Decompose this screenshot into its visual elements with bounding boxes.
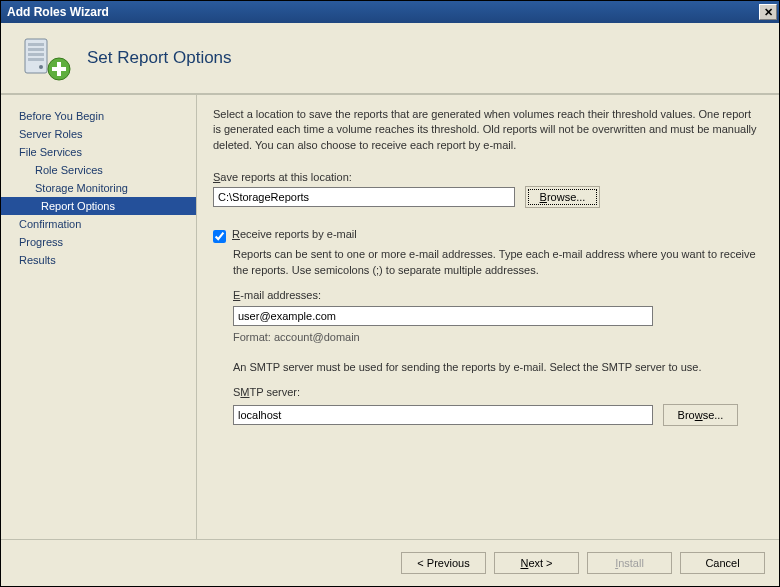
nav-item-storage-monitoring[interactable]: Storage Monitoring (1, 179, 196, 197)
wizard-body: Before You BeginServer RolesFile Service… (1, 95, 779, 539)
smtp-input[interactable] (233, 405, 653, 425)
wizard-nav: Before You BeginServer RolesFile Service… (1, 95, 196, 539)
cancel-button[interactable]: Cancel (680, 552, 765, 574)
svg-rect-2 (28, 48, 44, 51)
receive-desc: Reports can be sent to one or more e-mai… (233, 247, 759, 278)
svg-rect-4 (28, 58, 44, 61)
server-wizard-icon (21, 33, 71, 83)
close-icon[interactable]: ✕ (759, 4, 777, 20)
svg-rect-1 (28, 43, 44, 46)
wizard-content: Select a location to save the reports th… (197, 95, 779, 539)
svg-rect-3 (28, 53, 44, 56)
svg-rect-8 (52, 67, 66, 71)
receive-email-label: Receive reports by e-mail (232, 228, 357, 240)
nav-item-confirmation[interactable]: Confirmation (1, 215, 196, 233)
previous-button[interactable]: < Previous (401, 552, 486, 574)
save-location-label: Save reports at this location: (213, 171, 759, 183)
nav-item-before-you-begin[interactable]: Before You Begin (1, 107, 196, 125)
nav-item-role-services[interactable]: Role Services (1, 161, 196, 179)
nav-item-progress[interactable]: Progress (1, 233, 196, 251)
smtp-label: SMTP server: (233, 385, 759, 400)
window-title: Add Roles Wizard (7, 5, 759, 19)
email-label: E-mail addresses: (233, 288, 759, 303)
page-title: Set Report Options (87, 48, 232, 68)
wizard-header: Set Report Options (1, 23, 779, 95)
smtp-desc: An SMTP server must be used for sending … (233, 360, 759, 375)
svg-point-5 (39, 65, 43, 69)
titlebar: Add Roles Wizard ✕ (1, 1, 779, 23)
nav-item-file-services[interactable]: File Services (1, 143, 196, 161)
nav-item-report-options[interactable]: Report Options (1, 197, 196, 215)
install-button: Install (587, 552, 672, 574)
receive-email-checkbox[interactable] (213, 230, 226, 243)
next-button[interactable]: Next > (494, 552, 579, 574)
email-input[interactable] (233, 306, 653, 326)
browse-save-button[interactable]: Browse... (525, 186, 600, 208)
format-hint: Format: account@domain (233, 330, 759, 345)
description-text: Select a location to save the reports th… (213, 107, 759, 153)
nav-item-server-roles[interactable]: Server Roles (1, 125, 196, 143)
browse-smtp-button[interactable]: Browse... (663, 404, 738, 426)
wizard-footer: < Previous Next > Install Cancel (1, 539, 779, 586)
wizard-window: Add Roles Wizard ✕ Set Report Options Be… (0, 0, 780, 587)
save-location-input[interactable] (213, 187, 515, 207)
nav-item-results[interactable]: Results (1, 251, 196, 269)
